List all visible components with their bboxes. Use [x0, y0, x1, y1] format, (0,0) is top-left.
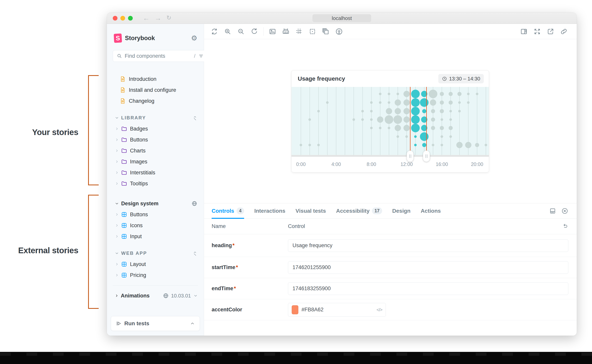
gear-icon[interactable]: ⚙	[191, 35, 197, 42]
version-select[interactable]: 10.03.01	[171, 293, 191, 299]
close-panel-icon[interactable]	[561, 208, 568, 214]
usage-dot	[440, 101, 444, 105]
search-input[interactable]	[125, 53, 194, 59]
globe-icon	[191, 201, 197, 207]
sidebar: S Storybook ⚙ / Introduction	[107, 24, 204, 336]
usage-dot	[388, 93, 390, 95]
sidebar-item-interstitials[interactable]: Interstitials	[107, 167, 204, 178]
color-value: #FB8A62	[301, 307, 373, 313]
browser-back-icon[interactable]: ←	[143, 14, 150, 22]
selection-line	[410, 87, 410, 155]
component-icon	[121, 211, 127, 218]
tab-accessibility[interactable]: Accessibility17	[336, 203, 382, 219]
background-icon[interactable]	[268, 27, 277, 36]
sidebar-item-tooltips[interactable]: Tooltips	[107, 178, 204, 189]
required-asterisk: *	[234, 286, 236, 291]
startTime-input[interactable]	[288, 261, 568, 274]
browser-forward-icon[interactable]: →	[155, 14, 161, 22]
sidebar-item-animations[interactable]: Animations 10.03.01	[107, 290, 204, 301]
addons-panel: Controls4 Interactions Visual tests Acce…	[204, 203, 577, 336]
section-web-app[interactable]: WEB APP	[107, 248, 204, 259]
sidebar-item-badges[interactable]: Badges	[107, 123, 204, 134]
link-icon[interactable]	[559, 27, 568, 36]
usage-dot	[393, 115, 402, 124]
search-box[interactable]: /	[113, 50, 207, 62]
chevron-up-icon[interactable]	[190, 321, 195, 326]
range-handle-start[interactable]	[407, 150, 414, 162]
required-asterisk: *	[236, 264, 238, 270]
usage-dot	[449, 110, 452, 112]
endTime-input[interactable]	[288, 282, 568, 295]
bubble-chart[interactable]	[292, 87, 489, 157]
usage-dot	[388, 101, 390, 104]
sidebar-doc-item[interactable]: Introduction	[107, 74, 204, 84]
address-bar[interactable]: localhost	[312, 14, 371, 22]
zoom-in-icon[interactable]	[223, 27, 232, 36]
search-shortcut: /	[194, 53, 195, 59]
sidebar-item-charts[interactable]: Charts	[107, 145, 204, 156]
component-icon	[121, 233, 127, 240]
usage-dot	[403, 125, 410, 131]
chevron-right-icon	[115, 262, 119, 266]
item-label: Badges	[130, 126, 148, 132]
tab-controls[interactable]: Controls4	[212, 203, 244, 219]
measure-icon[interactable]	[281, 27, 290, 36]
grid-icon[interactable]	[295, 27, 304, 36]
expand-collapse-icon[interactable]	[193, 116, 197, 120]
color-swatch[interactable]	[292, 305, 298, 314]
filter-icon[interactable]	[198, 53, 204, 59]
usage-dot	[420, 132, 429, 141]
usage-dot	[388, 127, 390, 129]
item-label: Charts	[130, 148, 146, 154]
usage-dot	[432, 144, 434, 146]
usage-dot	[456, 142, 463, 148]
accessibility-icon[interactable]	[335, 27, 344, 36]
heading-input[interactable]	[288, 239, 568, 252]
section-library[interactable]: LIBRARY	[107, 112, 204, 123]
item-label: Install and configure	[129, 87, 176, 93]
sidebar-item-buttons[interactable]: Buttons	[107, 134, 204, 145]
usage-dot	[414, 144, 417, 146]
sidebar-item-buttons[interactable]: Buttons	[107, 209, 204, 220]
tab-actions[interactable]: Actions	[421, 203, 441, 219]
section-design-system[interactable]: Design system	[107, 198, 204, 209]
folder-icon	[121, 169, 127, 176]
panel-tabbar: Controls4 Interactions Visual tests Acce…	[204, 203, 577, 219]
open-external-icon[interactable]	[546, 27, 555, 36]
outline-icon[interactable]	[308, 27, 317, 36]
zoom-reset-icon[interactable]	[250, 27, 259, 36]
folder-icon	[121, 126, 127, 132]
code-icon[interactable]: </>	[377, 307, 382, 312]
sidebar-item-input[interactable]: Input	[107, 231, 204, 242]
usage-dot	[449, 101, 453, 105]
range-handle-end[interactable]	[423, 150, 430, 162]
browser-reload-icon[interactable]: ↻	[166, 14, 171, 22]
usage-dot	[441, 144, 443, 146]
sidebar-doc-item[interactable]: Install and configure	[107, 84, 204, 96]
run-tests-button[interactable]: Run tests	[111, 316, 200, 331]
viewport-icon[interactable]	[321, 27, 330, 36]
sidebar-item-layout[interactable]: Layout	[107, 259, 204, 270]
usage-dot	[370, 101, 373, 104]
tab-visual-tests[interactable]: Visual tests	[296, 203, 326, 219]
usage-dot	[395, 99, 401, 106]
expand-collapse-icon[interactable]	[193, 251, 197, 256]
zoom-out-icon[interactable]	[236, 27, 246, 36]
tab-design[interactable]: Design	[392, 203, 410, 219]
sidebar-item-images[interactable]: Images	[107, 156, 204, 167]
sidebar-doc-item[interactable]: Changelog	[107, 96, 204, 106]
remount-icon[interactable]	[210, 27, 219, 36]
fullscreen-icon[interactable]	[533, 27, 542, 36]
color-control[interactable]: #FB8A62 </>	[288, 303, 386, 317]
slider-track[interactable]	[292, 155, 489, 157]
zoom-window-button[interactable]	[128, 16, 133, 20]
sidebar-item-pricing[interactable]: Pricing	[107, 270, 204, 281]
panel-bottom-icon[interactable]	[549, 208, 556, 214]
reset-controls-icon[interactable]	[562, 223, 568, 230]
sidebar-toggle-icon[interactable]	[519, 27, 528, 36]
sidebar-item-icons[interactable]: Icons	[107, 220, 204, 231]
tab-interactions[interactable]: Interactions	[254, 203, 286, 219]
close-window-button[interactable]	[113, 16, 117, 20]
gridline	[362, 87, 363, 155]
minimize-window-button[interactable]	[120, 16, 125, 20]
